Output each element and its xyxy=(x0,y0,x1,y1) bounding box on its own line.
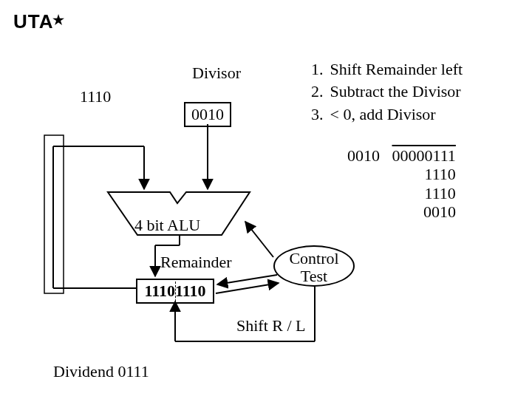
arrow-remainder-to-control xyxy=(216,283,279,293)
diagram-svg xyxy=(0,0,532,399)
feedback-remainder-to-alu xyxy=(44,135,144,293)
arrow-control-to-remainder xyxy=(217,275,277,284)
arrow-alu-to-remainder xyxy=(155,235,180,276)
svg-marker-0 xyxy=(108,192,250,235)
shift-control-line xyxy=(175,287,315,341)
alu-shape xyxy=(108,192,250,235)
arrow-control-to-alu xyxy=(245,222,273,257)
